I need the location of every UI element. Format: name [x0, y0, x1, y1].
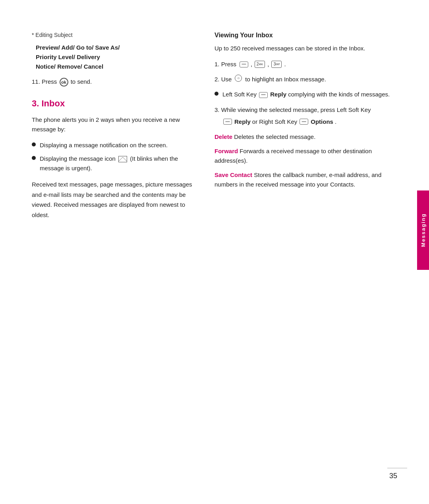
- press-ok-text: 11. Press ok to send.: [32, 78, 195, 87]
- key-2abc-icon: 2abc: [255, 61, 265, 68]
- lsk-bullet-list: Left Soft Key — Reply complying with the…: [214, 90, 397, 99]
- list-item: Displaying a message notification on the…: [32, 140, 195, 150]
- bullet-dot: [214, 92, 218, 96]
- bullet-dot: [32, 142, 36, 146]
- ok-icon: ok: [60, 78, 68, 87]
- list-item: Left Soft Key — Reply complying with the…: [214, 90, 397, 99]
- key-3def-icon: 3def: [271, 61, 282, 68]
- rsk-icon: —: [300, 119, 308, 125]
- editing-subject-label: * Editing Subject: [32, 32, 195, 38]
- step-1: 1. Press — , 2abc , 3def .: [214, 60, 397, 69]
- envelope-icon: [118, 156, 127, 162]
- page-content: * Editing Subject Preview/ Add/ Go to/ S…: [0, 0, 429, 244]
- step-3-sub: — Reply or Right Soft Key — Options .: [222, 117, 397, 127]
- left-column: * Editing Subject Preview/ Add/ Go to/ S…: [32, 32, 207, 220]
- step-3: 3. While viewing the selected message, p…: [214, 105, 397, 127]
- bold-menu-text: Preview/ Add/ Go to/ Save As/ Priority L…: [36, 43, 195, 71]
- nav-icon: ○: [235, 75, 242, 82]
- viewing-inbox-heading: Viewing Your Inbox: [214, 32, 397, 39]
- messaging-sidebar-tab: Messaging: [417, 190, 429, 270]
- received-text: Received text messages, page messages, p…: [32, 179, 195, 220]
- lsk-icon: —: [223, 119, 232, 125]
- menu-key-icon: —: [240, 62, 248, 67]
- page-number: 35: [389, 472, 397, 480]
- list-item: Displaying the message icon (It blinks w…: [32, 154, 195, 173]
- delete-block: Delete Deletes the selected message.: [214, 132, 397, 142]
- sidebar-label: Messaging: [420, 213, 426, 247]
- inbox-intro: The phone alerts you in 2 ways when you …: [32, 115, 195, 134]
- step-2: 2. Use ○ to highlight an Inbox message.: [214, 75, 397, 84]
- inbox-bullet-list: Displaying a message notification on the…: [32, 140, 195, 173]
- page-separator: [387, 468, 407, 468]
- right-column: Viewing Your Inbox Up to 250 received me…: [207, 32, 397, 220]
- bullet-dot: [32, 156, 36, 160]
- inbox-capacity-text: Up to 250 received messages can be store…: [214, 44, 397, 53]
- lsk-reply-icon: —: [259, 92, 268, 98]
- forward-block: Forward Forwards a received message to o…: [214, 146, 397, 165]
- inbox-section-title: 3. Inbox: [32, 98, 195, 109]
- save-contact-block: Save Contact Stores the callback number,…: [214, 170, 397, 189]
